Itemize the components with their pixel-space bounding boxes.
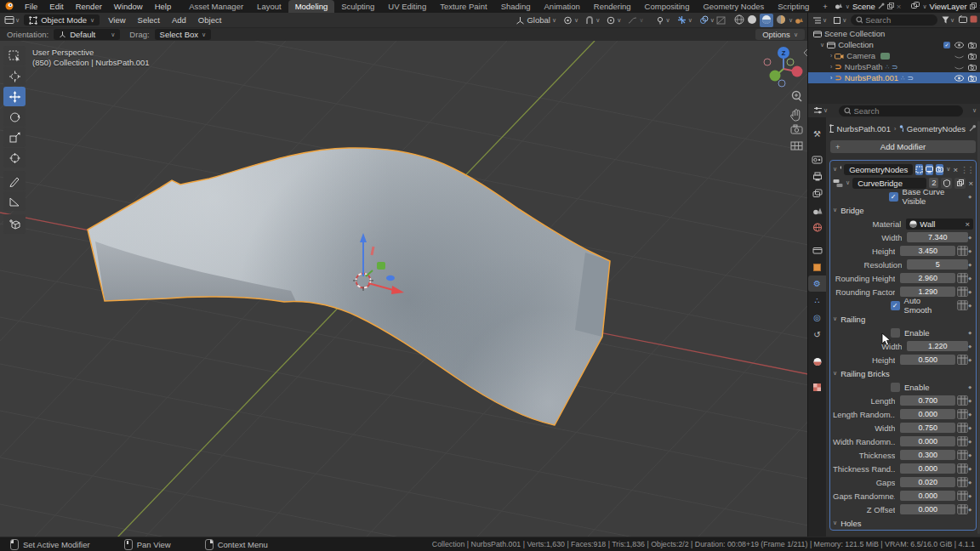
camera-view-icon[interactable] [791,125,802,133]
railing-width-slider[interactable]: 1.220 [907,341,968,351]
decorator-dot[interactable]: ◆ [968,452,971,457]
menu-view[interactable]: View [102,15,131,25]
options-button[interactable]: Options∨ [755,29,805,40]
tab-output[interactable] [808,168,826,185]
length-random-slider[interactable]: 0.000 [900,409,955,419]
breadcrumb-modifier[interactable]: GeometryNodes [907,124,966,133]
copy-view-layer-icon[interactable] [970,2,977,11]
xray-toggle[interactable] [715,16,727,25]
proportional-falloff-dropdown[interactable]: ∨ [628,16,643,25]
hide-eye-icon[interactable] [954,75,964,82]
section-holes[interactable]: ∨Holes [833,516,973,530]
add-modifier-button[interactable]: + Add Modifier [830,140,976,153]
remove-modifier-icon[interactable]: × [953,165,958,174]
attribute-toggle-icon[interactable] [957,477,968,487]
attribute-toggle-icon[interactable] [957,423,968,433]
collection-checkbox[interactable]: ✓ [943,42,950,48]
realtime-display-toggle[interactable] [926,164,933,175]
decorator-dot[interactable]: ◆ [968,398,971,403]
snap-toggle[interactable]: ∨ [585,16,600,25]
tab-object-data[interactable] [808,354,826,370]
hide-eye-icon[interactable] [954,64,964,71]
attribute-toggle-icon[interactable] [957,450,968,460]
decorator-dot[interactable]: ◆ [968,466,971,471]
render-preview-icon[interactable] [793,16,806,25]
decorator-dot[interactable]: ◆ [968,493,971,498]
thickness-random-slider[interactable]: 0.000 [900,463,955,474]
3d-viewport[interactable]: ∨ Object Mode∨ View Select Add Object Gl… [0,13,808,537]
navigation-gizmo[interactable]: Z [764,47,803,87]
shading-solid-button[interactable] [747,14,757,26]
decorator-dot[interactable]: ◆ [968,480,971,485]
rounding-height-slider[interactable]: 2.960 [900,273,955,283]
decorator-dot[interactable]: ◆ [968,344,971,349]
menu-render[interactable]: Render [70,0,108,13]
view-layer-icon[interactable] [911,2,920,11]
new-collection-button[interactable] [959,15,967,25]
decorator-dot[interactable]: ◆ [968,507,971,512]
z-offset-slider[interactable]: 0.000 [900,504,955,514]
pivot-point-dropdown[interactable]: ∨ [563,16,578,25]
tab-modifiers[interactable]: ⚙ [808,276,826,292]
outliner-row-scene-collection[interactable]: Scene Collection [808,28,980,39]
unlink-scene-icon[interactable]: × [897,2,902,11]
disable-render-icon[interactable] [968,42,977,48]
expand-icon[interactable]: ∨ [820,42,824,48]
tab-render[interactable] [808,151,826,168]
gaps-slider[interactable]: 0.020 [900,477,955,487]
width-random-slider[interactable]: 0.000 [900,436,955,446]
attribute-toggle-icon[interactable] [957,491,968,501]
decorator-dot[interactable]: ◆ [968,248,971,253]
orientation-dropdown[interactable]: Default∨ [54,29,120,40]
decorator-dot[interactable]: ◆ [968,384,971,389]
tab-geometry-nodes[interactable]: Geometry Nodes [696,0,771,13]
outliner-row-nurbspath[interactable]: › ⊃ NurbsPath ∴ ⊃ [808,61,980,72]
tab-texture[interactable] [808,379,826,395]
move-tool[interactable] [3,87,26,106]
attribute-toggle-icon[interactable] [957,409,968,419]
outliner-display-mode-button[interactable]: ∨ [811,16,829,25]
tab-layout[interactable]: Layout [250,0,288,13]
tab-asset-manager[interactable]: Asset Manager [182,0,250,13]
zoom-tool-icon[interactable] [793,92,802,102]
expand-icon[interactable]: › [830,53,832,59]
tab-object[interactable] [808,258,826,275]
attribute-toggle-icon[interactable] [957,463,968,474]
disable-render-icon[interactable] [968,75,977,82]
resolution-slider[interactable]: 5 [907,259,968,270]
collapse-icon[interactable]: ∨ [833,166,837,173]
tab-particles[interactable]: ∴ [808,293,826,309]
add-workspace-button[interactable]: + [816,0,835,13]
attribute-toggle-icon[interactable] [957,287,968,297]
hide-eye-icon[interactable] [954,42,964,48]
menu-file[interactable]: File [19,0,43,13]
modifier-name-field[interactable]: GeometryNodes [844,164,913,175]
auto-smooth-checkbox[interactable]: ✓ [891,301,900,310]
scene-name[interactable]: Scene [852,2,875,11]
editor-type-button[interactable]: ∨ [3,15,21,25]
tab-physics[interactable]: ◎ [808,310,826,326]
base-curve-visible-checkbox[interactable]: ✓ [889,192,898,202]
tab-scene[interactable] [808,202,826,219]
shading-wireframe-button[interactable] [734,14,744,26]
section-railing[interactable]: ∨Railing [833,312,973,326]
tab-shading[interactable]: Shading [494,0,538,13]
outliner-filter-button[interactable]: ∨ [940,16,956,24]
select-box-tool[interactable] [3,46,26,65]
bricks-enable-checkbox[interactable] [891,383,900,392]
gaps-random-slider[interactable]: 0.000 [900,491,955,501]
disable-render-icon[interactable] [968,64,977,71]
gizmos-toggle[interactable]: ∨ [677,15,692,25]
breadcrumb-object[interactable]: NurbsPath.001 [837,124,891,133]
decorator-dot[interactable]: ◆ [968,330,971,335]
decorator-dot[interactable]: ◆ [968,289,971,294]
railing-enable-checkbox[interactable] [891,328,900,338]
decorator-dot[interactable]: ◆ [968,262,971,267]
expand-icon[interactable]: › [830,64,832,70]
properties-options-icon[interactable]: ∨ [972,107,977,114]
decorator-dot[interactable]: ◆ [968,425,971,430]
mode-dropdown[interactable]: Object Mode∨ [24,14,100,26]
menu-select[interactable]: Select [132,15,166,25]
copy-scene-icon[interactable] [887,2,894,11]
height-slider[interactable]: 3.450 [900,246,955,256]
